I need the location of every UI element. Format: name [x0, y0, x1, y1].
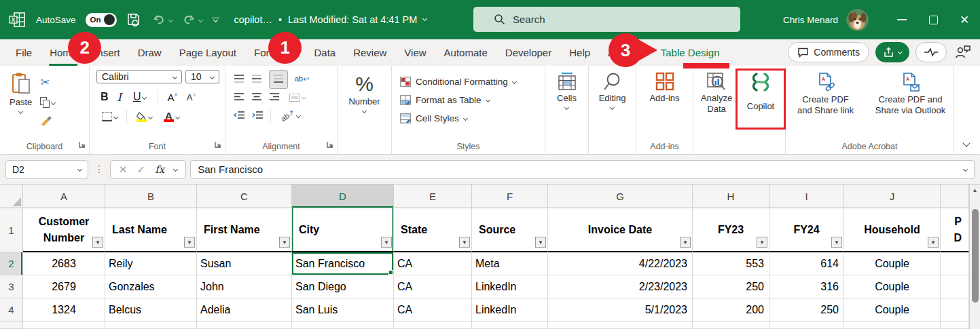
tab-review[interactable]: Review: [344, 39, 395, 66]
cell-B5[interactable]: [105, 322, 197, 329]
share-button[interactable]: [875, 42, 909, 62]
quick-access-toolbar-menu-icon[interactable]: [212, 18, 219, 22]
autosave-toggle[interactable]: On: [86, 13, 117, 27]
cell-E4[interactable]: CA: [394, 298, 472, 322]
wrap-text-button[interactable]: ab↩: [295, 75, 309, 83]
increase-indent-button[interactable]: [252, 110, 264, 122]
tab-help[interactable]: Help: [560, 39, 599, 66]
collapse-ribbon-icon[interactable]: [964, 136, 969, 149]
cell-G1[interactable]: Invoice Date▼: [548, 208, 693, 252]
fill-handle[interactable]: [388, 270, 393, 275]
filter-button-C[interactable]: ▼: [279, 237, 290, 248]
cell-F4[interactable]: LinkedIn: [472, 298, 548, 322]
font-name-combo[interactable]: Calibri: [96, 70, 182, 83]
borders-button[interactable]: [99, 111, 120, 123]
cell-B2[interactable]: Reily: [105, 252, 197, 275]
align-bottom-button[interactable]: [269, 70, 288, 89]
vertical-scrollbar[interactable]: ▲: [969, 185, 980, 329]
minimize-button[interactable]: [886, 0, 918, 39]
filter-button-H[interactable]: ▼: [757, 237, 767, 248]
editing-button[interactable]: Editing: [589, 70, 636, 109]
increase-font-button[interactable]: A˄: [167, 92, 177, 103]
excel-logo-icon[interactable]: X: [8, 11, 26, 28]
people-presence-button[interactable]: [953, 42, 973, 62]
cell-C1[interactable]: First Name▼: [197, 208, 292, 252]
cell-D3[interactable]: San Diego: [292, 275, 394, 298]
cell-H4[interactable]: 200: [693, 298, 769, 322]
cell-G3[interactable]: 2/23/2023: [548, 275, 693, 298]
alignment-dialog-launcher-icon[interactable]: [327, 138, 333, 151]
cell-J2[interactable]: Couple: [844, 252, 941, 275]
cell-J3[interactable]: Couple: [844, 275, 941, 298]
select-all-button[interactable]: [0, 185, 23, 208]
column-header-A[interactable]: A: [23, 185, 105, 208]
filter-button-E[interactable]: ▼: [459, 237, 470, 248]
paste-dropdown-icon[interactable]: [18, 109, 23, 114]
bold-button[interactable]: B: [101, 91, 109, 103]
cell-H5[interactable]: [693, 322, 769, 329]
cancel-entry-icon[interactable]: ✕: [119, 163, 128, 176]
cell-E2[interactable]: CA: [394, 252, 472, 275]
tab-draw[interactable]: Draw: [129, 39, 170, 66]
tab-view[interactable]: View: [395, 39, 435, 66]
cell-J1[interactable]: Household▼: [844, 208, 941, 252]
cell-D2[interactable]: San Francisco: [292, 252, 394, 275]
column-header-partial[interactable]: [941, 185, 969, 208]
cut-button[interactable]: ✂: [37, 74, 58, 91]
column-header-H[interactable]: H: [693, 185, 769, 208]
row-header-3[interactable]: 3: [0, 275, 23, 298]
filter-button-D[interactable]: ▼: [381, 237, 392, 248]
font-dialog-launcher-icon[interactable]: [215, 138, 221, 151]
cell-styles-button[interactable]: Cell Styles: [392, 109, 545, 128]
search-box[interactable]: Search: [473, 7, 740, 32]
tab-automate[interactable]: Automate: [435, 39, 496, 66]
cell-B3[interactable]: Gonzales: [105, 275, 197, 298]
fill-color-button[interactable]: [133, 111, 155, 123]
font-size-combo[interactable]: 10: [185, 70, 219, 83]
cell-G4[interactable]: 5/1/2023: [548, 298, 693, 322]
decrease-indent-button[interactable]: [234, 110, 245, 122]
cell-A1[interactable]: CustomerNumber▼: [23, 208, 105, 252]
filter-button-G[interactable]: ▼: [680, 237, 691, 248]
filter-button-J[interactable]: ▼: [928, 237, 939, 248]
tab-file[interactable]: File: [7, 39, 41, 66]
cell-K2[interactable]: [941, 252, 969, 275]
tab-developer[interactable]: Developer: [496, 39, 560, 66]
copy-button[interactable]: [37, 96, 58, 109]
undo-button[interactable]: [152, 14, 173, 26]
cell-A3[interactable]: 2679: [23, 275, 105, 298]
column-header-E[interactable]: E: [394, 185, 472, 208]
underline-button[interactable]: U: [130, 90, 149, 104]
cell-E1[interactable]: State▼: [394, 208, 472, 252]
row-header-1[interactable]: 1: [0, 208, 23, 252]
cell-B1[interactable]: Last Name▼: [105, 208, 197, 252]
align-center-button[interactable]: [251, 92, 262, 104]
row-header-4[interactable]: 4: [0, 298, 23, 322]
cell-J5[interactable]: [844, 322, 941, 329]
user-name[interactable]: Chris Menard: [783, 15, 838, 25]
name-box[interactable]: D2: [5, 160, 88, 179]
column-header-B[interactable]: B: [105, 185, 197, 208]
redo-button[interactable]: [182, 14, 202, 26]
cell-F5[interactable]: [472, 322, 548, 329]
addins-button[interactable]: Add-ins: [636, 70, 693, 104]
close-button[interactable]: ✕: [949, 0, 980, 39]
cell-H2[interactable]: 553: [693, 252, 769, 275]
title-dropdown-icon[interactable]: [422, 16, 427, 21]
cell-I3[interactable]: 316: [769, 275, 844, 298]
tab-formulas[interactable]: Formulas1: [245, 39, 306, 66]
decrease-font-button[interactable]: A˅: [187, 92, 196, 102]
cell-K3[interactable]: [941, 275, 969, 298]
cell-F1[interactable]: Source▼: [472, 208, 548, 252]
cell-G5[interactable]: [548, 322, 693, 329]
align-right-button[interactable]: [269, 92, 280, 104]
tab-page-layout[interactable]: Page Layout: [170, 39, 245, 66]
column-header-C[interactable]: C: [197, 185, 292, 208]
orientation-button[interactable]: ab↗: [278, 110, 303, 121]
cell-I4[interactable]: 250: [769, 298, 844, 322]
cells-button[interactable]: Cells: [545, 70, 588, 109]
cell-I5[interactable]: [769, 322, 844, 329]
row-header-2[interactable]: 2: [0, 252, 23, 275]
filter-button-A[interactable]: ▼: [92, 237, 103, 248]
conditional-formatting-button[interactable]: Conditional Formatting: [392, 73, 545, 91]
